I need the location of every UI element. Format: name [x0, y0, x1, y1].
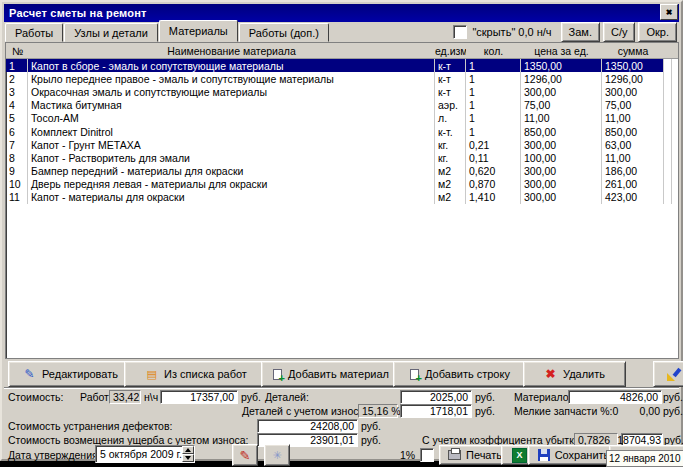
works-hours-box: 33,42 — [109, 390, 141, 404]
defects-cost-field[interactable]: 24208,00 — [257, 419, 358, 433]
col-sum: сумма — [602, 45, 664, 57]
cell-fill — [664, 125, 672, 138]
works-cost-field[interactable]: 17357,00 — [160, 390, 238, 404]
excel-icon: X — [512, 448, 527, 463]
edit-label: Редактировать — [42, 368, 118, 380]
cell-sum: 300,00 — [602, 85, 664, 98]
cell-num: 5 — [6, 112, 28, 125]
table-row[interactable]: 7Капот - Грунт МЕТАХАкг.0,21300,0063,00 — [6, 138, 678, 151]
cell-num: 8 — [6, 151, 28, 164]
cell-fill2 — [672, 99, 678, 112]
tab-units-parts[interactable]: Узлы и детали — [64, 23, 158, 42]
cell-name: Капот - Растворитель для эмали — [28, 151, 435, 164]
cell-num: 1 — [6, 59, 28, 72]
pen-icon: ✎ — [240, 448, 251, 463]
cell-fill2 — [672, 138, 678, 151]
cell-fill — [664, 112, 672, 125]
edit-button[interactable]: ✎ Редактировать — [8, 361, 133, 387]
from-list-label: Из списка работ — [164, 368, 247, 380]
save-label: Сохранить — [555, 449, 610, 461]
table-row[interactable]: 2Крыло переднее правое - эмаль и сопутст… — [6, 72, 678, 85]
table-row[interactable]: 3Окрасочная эмаль и сопутствующие матери… — [6, 85, 678, 98]
table-row[interactable]: 5Тосол-АМл.111,0011,00 — [6, 112, 678, 125]
cell-qty: 1 — [466, 112, 521, 125]
cell-sum: 11,00 — [602, 112, 664, 125]
cell-name: Комплект Dinitrol — [28, 125, 435, 138]
cell-unit: к-т — [435, 72, 466, 85]
cell-fill — [664, 178, 672, 191]
tab-works[interactable]: Работы — [5, 23, 63, 42]
cell-name: Капот - материалы для окраски — [28, 191, 435, 204]
approval-date-picker[interactable]: 5 октября 2009 г. — [95, 445, 195, 463]
hide-checkbox[interactable] — [453, 25, 467, 39]
table-row[interactable]: 9Бампер передний - материалы для окраски… — [6, 165, 678, 178]
cell-fill2 — [672, 165, 678, 178]
work-list-icon: ▤ — [145, 368, 158, 381]
pen-button[interactable]: ✎ — [232, 444, 258, 466]
okr-button[interactable]: Окр. — [638, 22, 677, 42]
arrow-down-icon — [185, 456, 191, 460]
table-row[interactable]: 4Мастика битумнаяаэр.175,0075,00 — [6, 99, 678, 112]
rub-label: руб. — [361, 434, 381, 446]
su-button[interactable]: С/у — [603, 22, 636, 42]
okr-label: Окр. — [646, 26, 669, 38]
spray-button[interactable]: ✳ — [264, 444, 290, 466]
cell-unit: м2 — [435, 191, 466, 204]
delete-button[interactable]: ✖ Удалить — [523, 361, 626, 387]
cell-sum: 63,00 — [602, 138, 664, 151]
parts-wear-cost-field[interactable]: 1718,01 — [400, 404, 472, 418]
table-row[interactable]: 8Капот - Растворитель для эмаликг.0,1110… — [6, 151, 678, 164]
col-price: цена за ед. — [521, 45, 602, 57]
cell-unit: м2 — [435, 165, 466, 178]
table-body: 1Капот в сборе - эмаль и сопутствующие м… — [6, 59, 678, 204]
parts-cost-field[interactable]: 2025,00 — [400, 390, 472, 404]
rub-label: руб. — [475, 391, 495, 403]
cell-price: 300,00 — [521, 178, 602, 191]
defects-cost-value: 24208,00 — [310, 420, 354, 432]
table-row[interactable]: 6Комплект Dinitrolк-т.1850,00850,00 — [6, 125, 678, 138]
small-parts-label-text: Мелкие запчасти %: — [514, 405, 612, 417]
col-unit: ед.изм — [435, 45, 466, 57]
delete-icon: ✖ — [544, 368, 557, 381]
spinner-up-button[interactable] — [182, 446, 194, 454]
recalculate-button[interactable] — [653, 361, 683, 387]
works-cost-value: 17357,00 — [190, 391, 234, 403]
cell-unit: кг. — [435, 151, 466, 164]
from-work-list-button[interactable]: ▤ Из списка работ — [124, 361, 268, 387]
cell-name: Крыло переднее правое - эмаль и сопутств… — [28, 72, 435, 85]
materials-cost-field[interactable]: 4826,00 — [568, 390, 662, 404]
spinner-down-button[interactable] — [182, 454, 194, 462]
cell-price: 1350,00 — [521, 59, 602, 72]
cell-fill2 — [672, 151, 678, 164]
parts-label: Деталей: — [265, 391, 309, 403]
cell-unit: к-т — [435, 85, 466, 98]
damage-cost-value: 23901,01 — [310, 434, 354, 446]
title-bar[interactable]: Расчет сметы на ремонт — [4, 4, 679, 22]
table-row[interactable]: 10Дверь передняя левая - материалы для о… — [6, 178, 678, 191]
cell-name: Окрасочная эмаль и сопутствующие материа… — [28, 85, 435, 98]
add-material-icon — [273, 369, 282, 380]
cell-fill — [664, 138, 672, 151]
table-row[interactable]: 11Капот - материалы для окраским21,41030… — [6, 191, 678, 204]
cell-unit: л. — [435, 112, 466, 125]
close-button[interactable]: ✖ — [660, 4, 678, 20]
su-label: С/у — [611, 26, 628, 38]
one-percent-label: 1% — [400, 449, 415, 461]
hours-unit-label: н\ч — [144, 391, 158, 403]
cell-num: 6 — [6, 125, 28, 138]
cell-name: Капот - Грунт МЕТАХА — [28, 138, 435, 151]
col-qty: кол. — [466, 45, 521, 57]
app-window: Расчет сметы на ремонт ✖ Работы Узлы и д… — [0, 0, 683, 461]
add-material-button[interactable]: Добавить материал — [261, 361, 401, 387]
cell-price: 300,00 — [521, 85, 602, 98]
tab-works-extra[interactable]: Работы (доп.) — [239, 23, 329, 42]
one-percent-checkbox[interactable] — [420, 448, 434, 462]
cell-price: 850,00 — [521, 125, 602, 138]
spray-icon: ✳ — [272, 449, 281, 462]
zam-button[interactable]: Зам. — [561, 22, 600, 42]
cell-sum: 1296,00 — [602, 72, 664, 85]
materials-cost-value: 4826,00 — [620, 391, 658, 403]
add-row-button[interactable]: Добавить строку — [393, 361, 527, 387]
table-row[interactable]: 1Капот в сборе - эмаль и сопутствующие м… — [6, 59, 678, 72]
tab-materials[interactable]: Материалы — [159, 20, 238, 42]
